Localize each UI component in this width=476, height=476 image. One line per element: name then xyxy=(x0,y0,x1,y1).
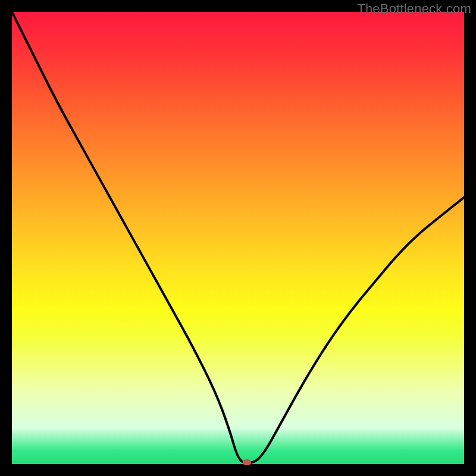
watermark-text: TheBottleneck.com xyxy=(357,1,471,17)
bottleneck-curve xyxy=(12,12,464,464)
chart-plot-area xyxy=(12,12,464,464)
minimum-marker xyxy=(243,459,251,465)
